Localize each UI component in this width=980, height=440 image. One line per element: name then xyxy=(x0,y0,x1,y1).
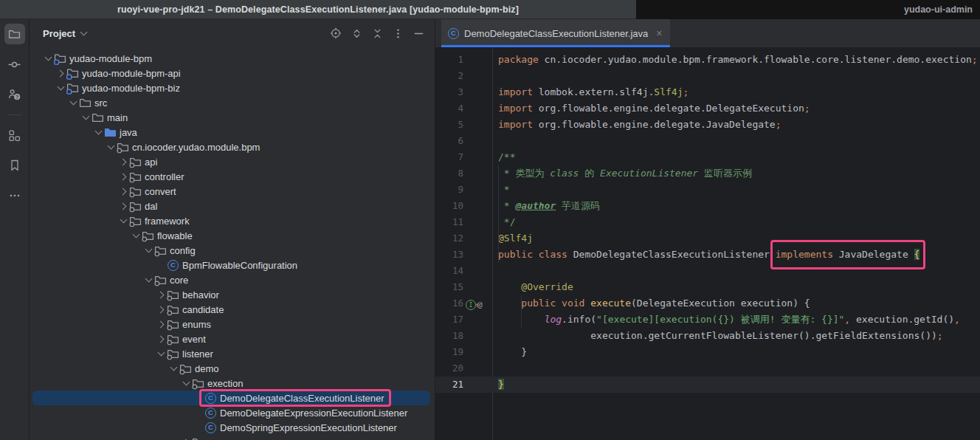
chevron-right-icon[interactable] xyxy=(156,334,167,345)
chevron-down-icon[interactable] xyxy=(106,142,117,153)
code-editor[interactable]: 1package cn.iocoder.yudao.module.bpm.fra… xyxy=(435,47,980,440)
chevron-right-icon[interactable] xyxy=(118,201,129,212)
chevron-down-icon[interactable] xyxy=(43,53,54,64)
chevron-down-icon[interactable] xyxy=(131,230,142,241)
chevron-down-icon[interactable] xyxy=(55,83,66,94)
chevron-down-icon[interactable] xyxy=(68,97,79,109)
code-text: @Override xyxy=(498,279,573,295)
tree-row-exection[interactable]: exection xyxy=(30,376,435,391)
stripe-button-project[interactable] xyxy=(4,24,25,44)
tree-row-demodelegateexpressionexecutionlistener[interactable]: CDemoDelegateExpressionExecutionListener xyxy=(30,405,435,420)
tree-row-clipped[interactable] xyxy=(30,435,435,440)
hide-icon[interactable] xyxy=(413,28,424,39)
stripe-button-commit[interactable] xyxy=(4,54,25,75)
tree-row-java[interactable]: java xyxy=(30,125,435,140)
code-line-11[interactable]: 11 */ xyxy=(435,214,980,230)
tree-row-enums[interactable]: enums xyxy=(30,317,435,331)
code-line-13[interactable]: 13public class DemoDelegateClassExecutio… xyxy=(435,247,980,263)
editor-tab-label: DemoDelegateClassExecutionListener.java xyxy=(464,28,648,39)
code-line-15[interactable]: 15 @Override xyxy=(435,279,980,295)
tree-row-bpmflowableconfiguration[interactable]: CBpmFlowableConfiguration xyxy=(30,258,435,272)
tree-row-cn-iocoder-yudao-module-bpm[interactable]: cn.iocoder.yudao.module.bpm xyxy=(30,140,435,154)
tree-row-candidate[interactable]: candidate xyxy=(30,302,435,317)
code-line-12[interactable]: 12@Slf4j xyxy=(435,230,980,247)
code-token: ; xyxy=(776,119,781,130)
tree-item-content: behavior xyxy=(167,289,219,300)
class-icon: C xyxy=(448,28,459,39)
tree-row-convert[interactable]: convert xyxy=(30,184,435,199)
tree-row-behavior[interactable]: behavior xyxy=(30,287,435,302)
chevron-right-icon[interactable] xyxy=(118,186,129,197)
background-window-title[interactable]: yudao-ui-admin xyxy=(636,0,980,19)
code-line-18[interactable]: 18 execution.getCurrentFlowableListener(… xyxy=(435,328,980,344)
tree-item-content: yudao-module-bpm-biz xyxy=(66,82,180,94)
tree-row-dal[interactable]: dal xyxy=(30,199,435,213)
bookmark-icon xyxy=(9,159,21,171)
code-line-21[interactable]: 21} xyxy=(435,377,980,393)
tree-row-yudao-module-bpm[interactable]: yudao-module-bpm xyxy=(30,51,435,66)
code-line-2[interactable]: 2 xyxy=(435,68,980,84)
tree-row-flowable[interactable]: flowable xyxy=(30,228,435,243)
chevron-down-icon[interactable] xyxy=(143,245,154,256)
chevron-right-icon[interactable] xyxy=(55,68,66,79)
code-line-10[interactable]: 10 * @author 芋道源码 xyxy=(435,198,980,214)
tree-row-main[interactable]: main xyxy=(30,110,435,125)
stripe-button-pull-requests[interactable]: ? xyxy=(4,84,25,105)
tree-item-label: framework xyxy=(145,216,190,227)
tree-row-src[interactable]: src xyxy=(30,95,435,110)
chevron-right-icon[interactable] xyxy=(118,171,129,182)
project-panel-title[interactable]: Project xyxy=(43,28,75,39)
tree-row-config[interactable]: config xyxy=(30,243,435,258)
chevron-down-icon[interactable] xyxy=(143,275,154,286)
code-line-1[interactable]: 1package cn.iocoder.yudao.module.bpm.fra… xyxy=(435,52,980,68)
tree-row-yudao-module-bpm-api[interactable]: yudao-module-bpm-api xyxy=(30,66,435,80)
tree-row-controller[interactable]: controller xyxy=(30,169,435,184)
tree-row-demospringexpressionexecutionlistener[interactable]: CDemoSpringExpressionExecutionListener xyxy=(30,420,435,435)
expand-all-icon[interactable] xyxy=(351,28,362,39)
chevron-down-icon[interactable] xyxy=(181,378,192,389)
code-line-5[interactable]: 5import org.flowable.engine.delegate.Jav… xyxy=(435,117,980,133)
code-line-17[interactable]: 17 log.info("[execute][execution({}) 被调用… xyxy=(435,312,980,328)
code-line-14[interactable]: 14 xyxy=(435,263,980,279)
chevron-right-icon[interactable] xyxy=(156,319,167,330)
stripe-button-structure[interactable] xyxy=(4,125,25,145)
select-opened-file-icon[interactable] xyxy=(330,27,342,39)
code-line-16[interactable]: 16I↑@ public void execute(DelegateExecut… xyxy=(435,295,980,312)
package-icon xyxy=(154,274,167,286)
tree-row-api[interactable]: api xyxy=(30,154,435,169)
chevron-right-icon[interactable] xyxy=(118,157,129,168)
code-line-3[interactable]: 3import lombok.extern.slf4j.Slf4j; xyxy=(435,84,980,100)
chevron-right-icon[interactable] xyxy=(181,437,192,440)
code-line-9[interactable]: 9 * xyxy=(435,182,980,198)
close-icon[interactable]: × xyxy=(656,27,662,39)
collapse-all-icon[interactable] xyxy=(372,28,383,39)
code-line-6[interactable]: 6 xyxy=(435,133,980,149)
tree-row-yudao-module-bpm-biz[interactable]: yudao-module-bpm-biz xyxy=(30,80,435,95)
editor-tab[interactable]: C DemoDelegateClassExecutionListener.jav… xyxy=(441,19,670,47)
tree-row-demo[interactable]: demo xyxy=(30,361,435,376)
tree-row-listener[interactable]: listener xyxy=(30,346,435,361)
code-line-8[interactable]: 8 * 类型为 class 的 ExecutionListener 监听器示例 xyxy=(435,165,980,182)
chevron-right-icon[interactable] xyxy=(156,289,167,300)
code-line-4[interactable]: 4import org.flowable.engine.delegate.Del… xyxy=(435,100,980,117)
tree-row-framework[interactable]: framework xyxy=(30,213,435,228)
stripe-button-bookmarks[interactable] xyxy=(4,155,25,176)
stripe-separator xyxy=(7,114,22,115)
tree-row-demodelegateclassexecutionlistener[interactable]: CDemoDelegateClassExecutionListener xyxy=(30,391,435,405)
code-line-19[interactable]: 19 } xyxy=(435,344,980,360)
tree-row-core[interactable]: core xyxy=(30,272,435,287)
chevron-down-icon[interactable] xyxy=(156,348,167,360)
chevron-down-icon[interactable] xyxy=(80,112,92,123)
stripe-button-more-tool-windows[interactable] xyxy=(4,185,25,206)
implements-method-icon[interactable]: I↑ xyxy=(466,300,476,310)
tree-row-event[interactable]: event xyxy=(30,331,435,346)
chevron-down-icon[interactable] xyxy=(93,127,104,138)
code-line-20[interactable]: 20 xyxy=(435,360,980,377)
chevron-right-icon[interactable] xyxy=(156,304,167,315)
chevron-down-icon[interactable] xyxy=(168,363,179,374)
code-token: package xyxy=(498,54,539,65)
chevron-down-icon[interactable] xyxy=(80,29,88,36)
chevron-down-icon[interactable] xyxy=(118,216,129,227)
options-icon[interactable] xyxy=(393,28,404,39)
code-line-7[interactable]: 7/** xyxy=(435,149,980,165)
